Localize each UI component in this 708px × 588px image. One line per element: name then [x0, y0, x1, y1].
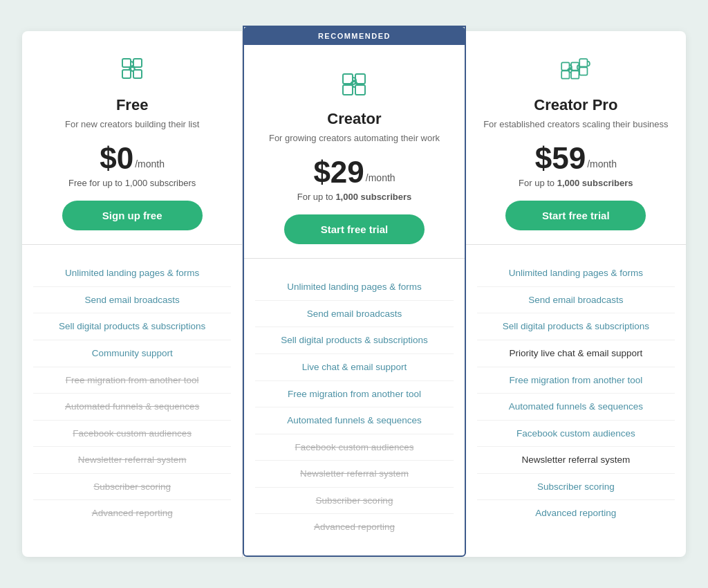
feature-item: Advanced reporting [477, 500, 675, 526]
feature-item: Sell digital products & subscriptions [255, 327, 453, 354]
plan-header-creator: Creator For growing creators automating … [244, 45, 464, 259]
plan-features-free: Unlimited landing pages & forms Send ema… [22, 245, 242, 541]
svg-rect-11 [571, 71, 579, 79]
feature-item: Free migration from another tool [255, 381, 453, 408]
price-amount: $59 [535, 143, 586, 174]
feature-item: Newsletter referral system [255, 461, 453, 488]
feature-item: Community support [33, 340, 231, 367]
svg-rect-12 [579, 59, 587, 66]
price-period: /month [366, 172, 395, 183]
subscribers-text: For up to 1,000 subscribers [519, 178, 633, 188]
svg-rect-10 [561, 71, 569, 79]
plan-creator-pro: Creator Pro For established creators sca… [466, 31, 686, 557]
plan-name: Creator Pro [483, 96, 669, 114]
cta-button-free[interactable]: Sign up free [62, 201, 203, 230]
feature-item: Sell digital products & subscriptions [33, 313, 231, 340]
price-period: /month [587, 158, 617, 169]
plan-desc: For established creators scaling their b… [483, 118, 669, 131]
cta-button-creator-pro[interactable]: Start free trial [505, 201, 646, 230]
feature-item: Free migration from another tool [477, 367, 675, 394]
feature-item: Newsletter referral system [33, 447, 231, 474]
feature-item: Newsletter referral system [477, 447, 675, 474]
svg-rect-2 [122, 70, 131, 78]
svg-rect-1 [133, 59, 142, 67]
cta-button-creator[interactable]: Start free trial [284, 214, 425, 244]
feature-item: Free migration from another tool [33, 367, 231, 394]
price-sub: Free for up to 1,000 subscribers [39, 178, 225, 188]
feature-item: Sell digital products & subscriptions [477, 313, 675, 340]
feature-item: Automated funnels & sequences [33, 394, 231, 421]
plan-header-free: Free For new creators building their lis… [22, 31, 242, 245]
plan-features-creator: Unlimited landing pages & forms Send ema… [244, 259, 464, 555]
feature-item: Subscriber scoring [477, 474, 675, 501]
recommended-badge: RECOMMENDED [244, 27, 464, 45]
price-amount: $0 [100, 143, 133, 174]
price-sub: For up to 1,000 subscribers [483, 178, 669, 188]
plan-icon-creator-pro [483, 50, 669, 86]
plan-price: $0 /month [39, 143, 225, 174]
feature-item: Unlimited landing pages & forms [33, 260, 231, 287]
feature-item: Automated funnels & sequences [477, 394, 675, 421]
plan-free: Free For new creators building their lis… [22, 31, 243, 557]
feature-item: Unlimited landing pages & forms [477, 260, 675, 287]
feature-item: Unlimited landing pages & forms [255, 274, 453, 301]
plan-name: Creator [261, 110, 447, 128]
pricing-table: Free For new creators building their lis… [22, 31, 686, 557]
svg-rect-6 [343, 85, 353, 95]
svg-rect-3 [133, 70, 142, 78]
feature-item: Facebook custom audiences [477, 421, 675, 448]
plan-icon-creator [261, 64, 447, 100]
feature-item: Facebook custom audiences [33, 421, 231, 448]
plan-icon-free [39, 50, 225, 86]
feature-item: Send email broadcasts [255, 301, 453, 328]
feature-item: Live chat & email support [255, 354, 453, 381]
plan-name: Free [39, 96, 225, 114]
plan-features-creator-pro: Unlimited landing pages & forms Send ema… [466, 245, 686, 541]
subscribers-text: Free for up to 1,000 subscribers [68, 178, 196, 188]
plan-header-creator-pro: Creator Pro For established creators sca… [466, 31, 686, 245]
feature-item: Facebook custom audiences [255, 434, 453, 461]
plan-desc: For growing creators automating their wo… [261, 132, 447, 145]
subscribers-text: For up to 1,000 subscribers [297, 192, 412, 202]
feature-item: Send email broadcasts [477, 287, 675, 314]
svg-rect-0 [122, 59, 131, 67]
price-sub: For up to 1,000 subscribers [261, 192, 447, 202]
plan-creator: RECOMMENDED Creator For growing creators… [243, 26, 465, 557]
plan-price: $29 /month [261, 157, 447, 187]
feature-item: Advanced reporting [33, 500, 231, 526]
plan-desc: For new creators building their list [39, 118, 225, 131]
feature-item: Subscriber scoring [33, 474, 231, 501]
svg-rect-13 [579, 67, 587, 75]
price-amount: $29 [313, 157, 364, 187]
price-period: /month [135, 158, 165, 169]
feature-item: Automated funnels & sequences [255, 407, 453, 434]
feature-item: Send email broadcasts [33, 287, 231, 314]
feature-item: Advanced reporting [255, 514, 453, 540]
feature-item: Subscriber scoring [255, 488, 453, 515]
svg-rect-7 [355, 85, 365, 95]
feature-item: Priority live chat & email support [477, 340, 675, 367]
plan-price: $59 /month [483, 143, 669, 174]
